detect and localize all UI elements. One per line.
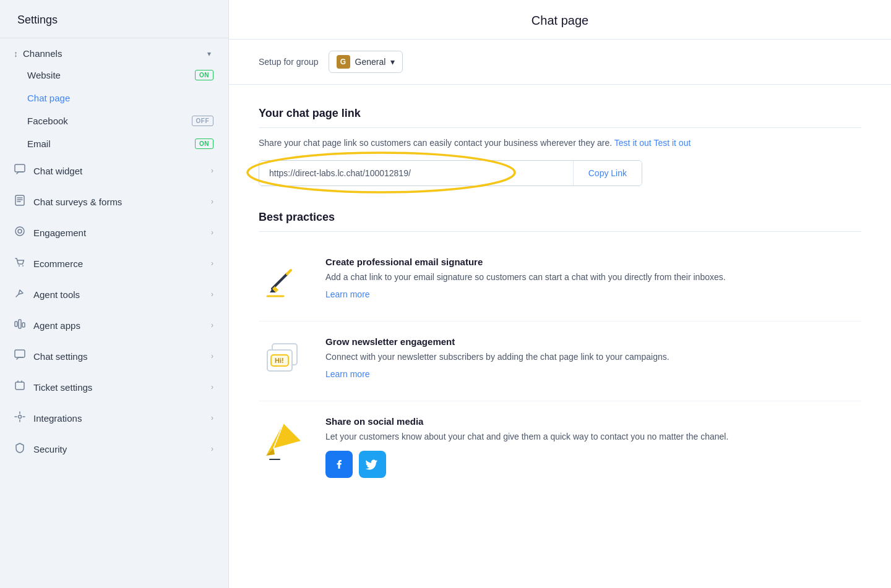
dropdown-chevron-icon: ▾ bbox=[390, 57, 395, 67]
svg-rect-0 bbox=[15, 164, 25, 172]
twitter-button[interactable] bbox=[359, 451, 386, 478]
channel-label-chatpage: Chat page bbox=[27, 93, 70, 103]
nav-chevron-ticket-settings: › bbox=[211, 383, 213, 391]
learn-more-link-email[interactable]: Learn more bbox=[325, 289, 370, 299]
svg-point-6 bbox=[18, 229, 22, 233]
surveys-icon bbox=[14, 195, 26, 208]
agent-tools-icon bbox=[14, 288, 26, 301]
svg-rect-1 bbox=[15, 195, 24, 205]
best-practices-section: Best practices bbox=[259, 211, 861, 493]
nav-item-chat-settings[interactable]: Chat settings › bbox=[0, 341, 228, 372]
practice-title-email: Create professional email signature bbox=[325, 257, 861, 267]
channel-label-website: Website bbox=[27, 70, 61, 80]
badge-email: ON bbox=[195, 138, 213, 149]
copy-link-button[interactable]: Copy Link bbox=[574, 161, 642, 185]
badge-website: ON bbox=[195, 70, 213, 80]
agent-apps-icon bbox=[14, 318, 26, 332]
practice-item-newsletter: Hi! Grow newsletter engagement Connect w… bbox=[259, 322, 861, 401]
channels-header[interactable]: ↕ Channels ▾ bbox=[0, 38, 228, 64]
security-icon bbox=[14, 442, 26, 456]
nav-item-agent-apps[interactable]: Agent apps › bbox=[0, 310, 228, 341]
nav-item-surveys[interactable]: Chat surveys & forms › bbox=[0, 186, 228, 217]
chat-link-section: Your chat page link Share your chat page… bbox=[259, 107, 861, 186]
sidebar: Settings ↕ Channels ▾ Website ON Chat pa… bbox=[0, 0, 229, 588]
channel-item-email[interactable]: Email ON bbox=[0, 132, 228, 155]
practice-title-social: Share on social media bbox=[325, 416, 861, 427]
facebook-button[interactable] bbox=[325, 451, 353, 478]
channel-label-facebook: Facebook bbox=[27, 116, 68, 126]
nav-chevron-engagement: › bbox=[211, 228, 213, 237]
chat-settings-icon bbox=[14, 349, 26, 363]
social-media-icon bbox=[259, 416, 308, 466]
svg-rect-10 bbox=[19, 320, 21, 328]
svg-rect-13 bbox=[15, 382, 24, 390]
svg-rect-12 bbox=[15, 350, 25, 357]
nav-chevron-agent-apps: › bbox=[211, 321, 213, 330]
setup-label: Setup for group bbox=[259, 57, 319, 67]
section-title-link: Your chat page link bbox=[259, 107, 861, 120]
nav-item-security[interactable]: Security › bbox=[0, 433, 228, 464]
nav-chevron-security: › bbox=[211, 445, 213, 453]
svg-rect-11 bbox=[22, 323, 25, 327]
nav-chevron-integrations: › bbox=[211, 414, 213, 422]
group-dropdown[interactable]: G General ▾ bbox=[329, 51, 403, 73]
content-area: Your chat page link Share your chat page… bbox=[229, 85, 891, 515]
nav-label-engagement: Engagement bbox=[33, 228, 86, 238]
best-practices-title: Best practices bbox=[259, 211, 861, 224]
engagement-icon bbox=[14, 226, 26, 239]
svg-point-7 bbox=[19, 265, 20, 266]
link-box-wrapper: Copy Link bbox=[259, 160, 861, 186]
nav-item-chat-widget[interactable]: Chat widget › bbox=[0, 155, 228, 186]
nav-label-agent-apps: Agent apps bbox=[33, 320, 80, 331]
svg-point-5 bbox=[15, 227, 24, 236]
group-name: General bbox=[355, 57, 386, 67]
practice-item-social: Share on social media Let your customers… bbox=[259, 401, 861, 493]
main-title: Chat page bbox=[229, 0, 891, 40]
nav-label-ticket-settings: Ticket settings bbox=[33, 382, 92, 393]
nav-label-surveys: Chat surveys & forms bbox=[33, 197, 122, 207]
section-divider-link bbox=[259, 127, 861, 128]
nav-label-chat-widget: Chat widget bbox=[33, 166, 82, 176]
test-it-out-link-text[interactable]: Test it out bbox=[653, 138, 691, 148]
svg-rect-9 bbox=[15, 322, 17, 326]
chevron-down-icon: ▾ bbox=[207, 49, 211, 58]
social-icons bbox=[325, 451, 861, 478]
badge-facebook: OFF bbox=[192, 116, 214, 126]
nav-chevron-surveys: › bbox=[211, 197, 213, 206]
channel-item-facebook[interactable]: Facebook OFF bbox=[0, 109, 228, 132]
nav-item-integrations[interactable]: Integrations › bbox=[0, 403, 228, 433]
nav-label-chat-settings: Chat settings bbox=[33, 351, 88, 362]
svg-point-14 bbox=[19, 415, 22, 419]
email-signature-icon bbox=[259, 257, 308, 306]
group-avatar: G bbox=[337, 55, 350, 69]
practice-desc-newsletter: Connect with your newsletter subscribers… bbox=[325, 351, 861, 364]
setup-bar: Setup for group G General ▾ bbox=[229, 40, 891, 85]
section-subtitle-link: Share your chat page link so customers c… bbox=[259, 138, 861, 148]
learn-more-link-newsletter[interactable]: Learn more bbox=[325, 369, 370, 379]
channel-item-website[interactable]: Website ON bbox=[0, 64, 228, 87]
chat-link-input[interactable] bbox=[259, 161, 573, 185]
nav-item-ecommerce[interactable]: Ecommerce › bbox=[0, 248, 228, 279]
channel-item-chatpage[interactable]: Chat page bbox=[0, 87, 228, 109]
link-box: Copy Link bbox=[259, 160, 642, 186]
main-content: Chat page Setup for group G General ▾ Yo… bbox=[229, 0, 891, 588]
nav-item-agent-tools[interactable]: Agent tools › bbox=[0, 279, 228, 310]
nav-label-agent-tools: Agent tools bbox=[33, 289, 80, 300]
nav-item-ticket-settings[interactable]: Ticket settings › bbox=[0, 372, 228, 403]
ecommerce-icon bbox=[14, 257, 26, 270]
channels-header-left: ↕ Channels bbox=[14, 48, 62, 59]
sidebar-title: Settings bbox=[0, 0, 228, 38]
nav-chevron-ecommerce: › bbox=[211, 259, 213, 268]
practice-desc-social: Let your customers know about your chat … bbox=[325, 430, 861, 443]
nav-chevron-chat-widget: › bbox=[211, 166, 213, 175]
practice-desc-email: Add a chat link to your email signature … bbox=[325, 271, 861, 284]
test-it-out-link[interactable]: Test it out bbox=[614, 138, 652, 148]
channels-icon: ↕ bbox=[14, 49, 18, 59]
nav-label-integrations: Integrations bbox=[33, 413, 82, 424]
practice-title-newsletter: Grow newsletter engagement bbox=[325, 336, 861, 347]
nav-item-engagement[interactable]: Engagement › bbox=[0, 217, 228, 248]
ticket-settings-icon bbox=[14, 380, 26, 394]
nav-chevron-chat-settings: › bbox=[211, 352, 213, 360]
nav-label-security: Security bbox=[33, 444, 67, 454]
nav-label-ecommerce: Ecommerce bbox=[33, 258, 83, 269]
